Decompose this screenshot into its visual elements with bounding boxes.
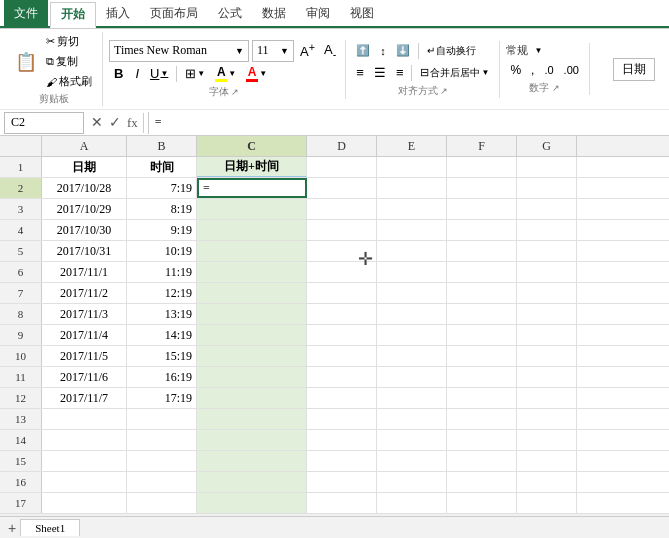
cell-a6[interactable]: 2017/11/1 <box>42 262 127 282</box>
align-left-button[interactable]: ≡ <box>352 63 368 83</box>
merge-center-button[interactable]: ⊟ 合并后居中 ▼ <box>416 63 493 83</box>
row-header[interactable]: 9 <box>0 325 42 345</box>
cell-c9[interactable] <box>197 325 307 345</box>
cell-c11[interactable] <box>197 367 307 387</box>
wrap-text-button[interactable]: ↵ 自动换行 <box>423 41 480 61</box>
cell-b1[interactable]: 时间 <box>127 157 197 177</box>
cell-a3[interactable]: 2017/10/29 <box>42 199 127 219</box>
cell-f1[interactable] <box>447 157 517 177</box>
sheet-tab-sheet1[interactable]: Sheet1 <box>20 519 80 536</box>
align-center-button[interactable]: ☰ <box>370 63 390 83</box>
cell-f11[interactable] <box>447 367 517 387</box>
cell-b6[interactable]: 11:19 <box>127 262 197 282</box>
cell-a17[interactable] <box>42 493 127 513</box>
cell-g5[interactable] <box>517 241 577 261</box>
row-header[interactable]: 12 <box>0 388 42 408</box>
cell-e11[interactable] <box>377 367 447 387</box>
cell-e17[interactable] <box>377 493 447 513</box>
row-header[interactable]: 13 <box>0 409 42 429</box>
cell-c1[interactable]: 日期+时间 <box>197 157 307 177</box>
col-header-g[interactable]: G <box>517 136 577 156</box>
cell-c2[interactable]: = <box>197 178 307 198</box>
border-button[interactable]: ⊞ ▼ <box>181 64 209 84</box>
cell-d3[interactable] <box>307 199 377 219</box>
italic-button[interactable]: I <box>130 64 144 84</box>
cell-a12[interactable]: 2017/11/7 <box>42 388 127 408</box>
cell-c6[interactable] <box>197 262 307 282</box>
cell-b7[interactable]: 12:19 <box>127 283 197 303</box>
align-top-button[interactable]: ⬆️ <box>352 41 374 61</box>
formula-insert-function-icon[interactable]: fx <box>124 115 141 131</box>
cell-e14[interactable] <box>377 430 447 450</box>
col-header-b[interactable]: B <box>127 136 197 156</box>
row-header[interactable]: 3 <box>0 199 42 219</box>
cell-f3[interactable] <box>447 199 517 219</box>
row-header[interactable]: 17 <box>0 493 42 513</box>
tab-review[interactable]: 审阅 <box>296 0 340 26</box>
row-header[interactable]: 1 <box>0 157 42 177</box>
cell-f8[interactable] <box>447 304 517 324</box>
cell-c15[interactable] <box>197 451 307 471</box>
cell-a4[interactable]: 2017/10/30 <box>42 220 127 240</box>
col-header-d[interactable]: D <box>307 136 377 156</box>
cell-e1[interactable] <box>377 157 447 177</box>
cell-a9[interactable]: 2017/11/4 <box>42 325 127 345</box>
cell-g3[interactable] <box>517 199 577 219</box>
cell-f17[interactable] <box>447 493 517 513</box>
tab-data[interactable]: 数据 <box>252 0 296 26</box>
cell-d6[interactable] <box>307 262 377 282</box>
row-header[interactable]: 4 <box>0 220 42 240</box>
cell-e15[interactable] <box>377 451 447 471</box>
decrease-decimal-button[interactable]: .00 <box>560 60 583 80</box>
cell-f14[interactable] <box>447 430 517 450</box>
cell-d9[interactable] <box>307 325 377 345</box>
cell-c12[interactable] <box>197 388 307 408</box>
cell-b17[interactable] <box>127 493 197 513</box>
cell-e4[interactable] <box>377 220 447 240</box>
row-header[interactable]: 5 <box>0 241 42 261</box>
cell-b2[interactable]: 7:19 <box>127 178 197 198</box>
col-header-f[interactable]: F <box>447 136 517 156</box>
cell-g6[interactable] <box>517 262 577 282</box>
cell-d17[interactable] <box>307 493 377 513</box>
cell-b16[interactable] <box>127 472 197 492</box>
cell-g17[interactable] <box>517 493 577 513</box>
cut-button[interactable]: ✂ 剪切 <box>42 32 96 51</box>
cell-f7[interactable] <box>447 283 517 303</box>
cell-d12[interactable] <box>307 388 377 408</box>
align-right-button[interactable]: ≡ <box>392 63 408 83</box>
cell-g1[interactable] <box>517 157 577 177</box>
row-header[interactable]: 16 <box>0 472 42 492</box>
cell-e12[interactable] <box>377 388 447 408</box>
cell-a2[interactable]: 2017/10/28 <box>42 178 127 198</box>
col-header-a[interactable]: A <box>42 136 127 156</box>
cell-b3[interactable]: 8:19 <box>127 199 197 219</box>
row-header[interactable]: 2 <box>0 178 42 198</box>
align-middle-button[interactable]: ↕ <box>376 41 390 61</box>
cell-g8[interactable] <box>517 304 577 324</box>
align-bottom-button[interactable]: ⬇️ <box>392 41 414 61</box>
row-header[interactable]: 8 <box>0 304 42 324</box>
cell-g7[interactable] <box>517 283 577 303</box>
cell-a10[interactable]: 2017/11/5 <box>42 346 127 366</box>
cell-g9[interactable] <box>517 325 577 345</box>
cell-d8[interactable] <box>307 304 377 324</box>
cell-a14[interactable] <box>42 430 127 450</box>
cell-c14[interactable] <box>197 430 307 450</box>
cell-g13[interactable] <box>517 409 577 429</box>
cell-g4[interactable] <box>517 220 577 240</box>
cell-e6[interactable] <box>377 262 447 282</box>
cell-f4[interactable] <box>447 220 517 240</box>
cell-c16[interactable] <box>197 472 307 492</box>
cell-b5[interactable]: 10:19 <box>127 241 197 261</box>
cell-d11[interactable] <box>307 367 377 387</box>
row-header[interactable]: 15 <box>0 451 42 471</box>
cell-d4[interactable] <box>307 220 377 240</box>
cell-d2[interactable] <box>307 178 377 198</box>
tab-view[interactable]: 视图 <box>340 0 384 26</box>
cell-c10[interactable] <box>197 346 307 366</box>
cell-f2[interactable] <box>447 178 517 198</box>
tab-file[interactable]: 文件 <box>4 0 48 26</box>
copy-button[interactable]: ⧉ 复制 <box>42 52 96 71</box>
cell-b9[interactable]: 14:19 <box>127 325 197 345</box>
